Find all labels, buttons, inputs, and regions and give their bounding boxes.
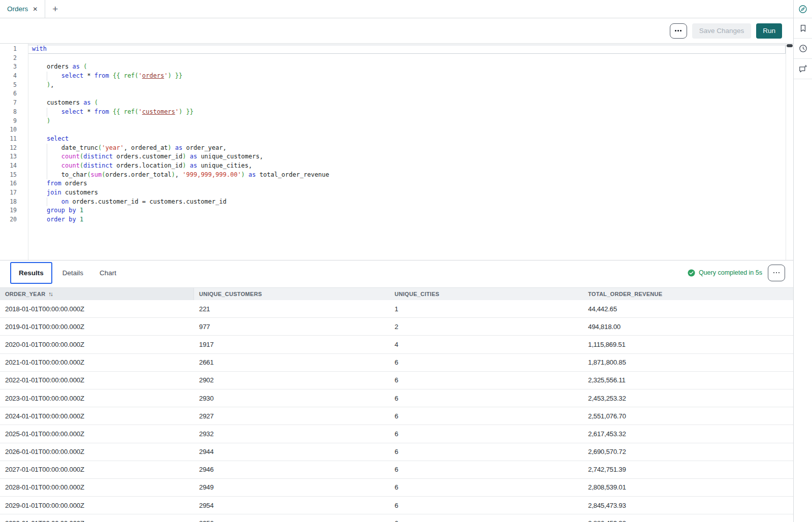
column-header-label: TOTAL_ORDER_REVENUE [588,291,662,297]
code-line-3[interactable]: 3 orders as ( [0,62,786,72]
code-line-13[interactable]: 13 count(distinct orders.customer_id) as… [0,152,786,161]
table-cell: 6 [389,354,583,371]
tab-results[interactable]: Results [10,262,52,284]
line-number: 2 [0,54,28,63]
indent-guide [47,161,47,171]
table-cell: 2024-01-01T00:00:00.000Z [0,407,194,425]
code-line-20[interactable]: 20 order by 1 [0,215,786,224]
indent-guide [47,198,47,207]
column-header-unique_cities[interactable]: UNIQUE_CITIES [389,288,583,300]
code-line-6[interactable]: 6 [0,89,786,99]
table-row[interactable]: 2023-01-01T00:00:00.000Z293062,453,253.3… [0,389,793,407]
code-line-5[interactable]: 5 ), [0,81,786,90]
ellipsis-icon [773,272,775,274]
table-row[interactable]: 2019-01-01T00:00:00.000Z9772494,818.00 [0,318,793,336]
sql-code-editor[interactable]: 1with23 orders as (4 select * from {{ re… [0,44,793,260]
table-cell: 2902 [194,372,389,389]
code-text: group by 1 [28,206,786,215]
new-tab-button[interactable]: + [45,0,65,18]
line-number: 17 [0,188,28,198]
table-cell: 6 [389,461,583,478]
table-cell: 2956 [194,514,389,522]
code-text: customers as ( [28,99,786,108]
code-line-19[interactable]: 19 group by 1 [0,206,786,215]
table-cell: 2028-01-01T00:00:00.000Z [0,479,194,496]
code-line-14[interactable]: 14 count(distinct orders.location_id) as… [0,161,786,171]
indent-guide [47,108,47,117]
table-cell: 1,115,869.51 [583,336,793,353]
ai-chat-icon[interactable] [794,59,812,79]
editor-scrollbar-thumb[interactable] [787,44,793,47]
table-cell: 2661 [194,354,389,371]
history-icon[interactable] [794,39,812,59]
code-text: ) [28,117,786,126]
code-text [28,125,786,135]
table-cell: 1917 [194,336,389,353]
code-text: on orders.customer_id = customers.custom… [28,198,786,207]
code-text: select * from {{ ref('orders') }} [28,72,786,81]
table-row[interactable]: 2025-01-01T00:00:00.000Z293262,617,453.3… [0,425,793,443]
code-line-10[interactable]: 10 [0,125,786,135]
table-row[interactable]: 2026-01-01T00:00:00.000Z294462,690,570.7… [0,443,793,461]
code-text: ), [28,81,786,90]
bookmark-icon[interactable] [794,18,812,39]
table-cell: 2026-01-01T00:00:00.000Z [0,443,194,461]
table-row[interactable]: 2020-01-01T00:00:00.000Z191741,115,869.5… [0,336,793,353]
table-row[interactable]: 2029-01-01T00:00:00.000Z295462,845,473.9… [0,497,793,514]
results-toolbar-right: Query completed in 5s [688,265,793,281]
line-number: 8 [0,108,28,117]
table-cell: 2932 [194,425,389,442]
code-line-18[interactable]: 18 on orders.customer_id = customers.cus… [0,198,786,207]
code-line-16[interactable]: 16 from orders [0,179,786,188]
discover-icon[interactable] [794,0,812,18]
editor-more-button[interactable] [670,23,687,39]
line-number: 5 [0,81,28,90]
table-cell: 2022-01-01T00:00:00.000Z [0,372,194,389]
table-cell: 6 [389,497,583,514]
column-header-label: UNIQUE_CITIES [395,291,439,297]
table-cell: 6 [389,479,583,496]
file-tab-orders[interactable]: Orders ✕ [0,0,45,18]
table-row[interactable]: 2030-01-01T00:00:00.000Z295662,886,459.3… [0,514,793,522]
table-cell: 2946 [194,461,389,478]
save-changes-button[interactable]: Save Changes [692,23,752,39]
line-number: 16 [0,179,28,188]
code-text: select [28,135,786,144]
code-line-2[interactable]: 2 [0,54,786,63]
table-row[interactable]: 2024-01-01T00:00:00.000Z292762,551,076.7… [0,407,793,425]
code-line-9[interactable]: 9 ) [0,117,786,126]
table-cell: 2019-01-01T00:00:00.000Z [0,318,194,335]
tab-chart[interactable]: Chart [100,269,116,277]
run-button[interactable]: Run [756,23,782,39]
code-line-11[interactable]: 11 select [0,135,786,144]
code-line-1[interactable]: 1with [0,45,786,54]
editor-right-divider [786,44,786,260]
table-row[interactable]: 2022-01-01T00:00:00.000Z290262,325,556.1… [0,372,793,389]
line-number: 3 [0,62,28,72]
sort-arrows-icon[interactable]: ↑↓ [48,291,52,297]
table-cell: 2029-01-01T00:00:00.000Z [0,497,194,514]
table-row[interactable]: 2027-01-01T00:00:00.000Z294662,742,751.3… [0,461,793,479]
table-row[interactable]: 2028-01-01T00:00:00.000Z294962,808,539.0… [0,479,793,497]
table-cell: 2,551,076.70 [583,407,793,425]
code-line-17[interactable]: 17 join customers [0,188,786,198]
table-row[interactable]: 2021-01-01T00:00:00.000Z266161,871,800.8… [0,354,793,372]
close-tab-icon[interactable]: ✕ [33,6,38,12]
column-header-total_order_revenue[interactable]: TOTAL_ORDER_REVENUE [583,288,793,300]
code-text: to_char(sum(orders.order_total), '999,99… [28,171,786,180]
code-line-15[interactable]: 15 to_char(sum(orders.order_total), '999… [0,171,786,180]
table-cell: 2,808,539.01 [583,479,793,496]
column-header-order_year[interactable]: ORDER_YEAR↑↓ [0,288,194,300]
table-cell: 2949 [194,479,389,496]
column-header-unique_customers[interactable]: UNIQUE_CUSTOMERS [194,288,389,300]
code-line-7[interactable]: 7 customers as ( [0,99,786,108]
code-line-4[interactable]: 4 select * from {{ ref('orders') }} [0,72,786,81]
table-cell: 2930 [194,389,389,407]
table-row[interactable]: 2018-01-01T00:00:00.000Z221144,442.65 [0,300,793,318]
results-more-button[interactable] [768,265,785,281]
code-line-12[interactable]: 12 date_trunc('year', ordered_at) as ord… [0,144,786,153]
tab-details[interactable]: Details [62,269,83,277]
code-line-8[interactable]: 8 select * from {{ ref('customers') }} [0,108,786,117]
main-pane: Orders ✕ + Save Changes Run 1with23 orde… [0,0,793,522]
table-cell: 2025-01-01T00:00:00.000Z [0,425,194,442]
